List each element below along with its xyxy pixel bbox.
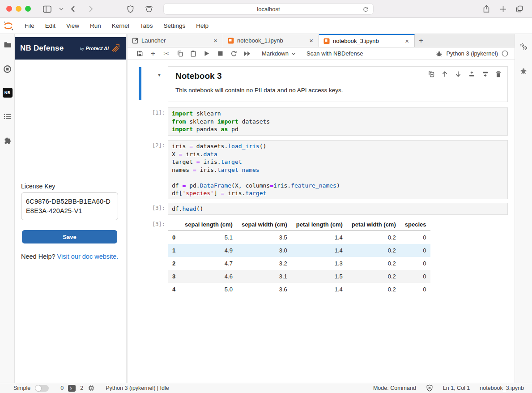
reload-icon[interactable] [361,4,370,14]
share-icon[interactable] [481,4,491,14]
restart-kernel-icon[interactable] [228,48,239,59]
code-cell-2[interactable]: iris = datasets.load_iris()X = iris.data… [168,140,508,199]
code-cell-3[interactable]: df.head() [168,203,508,215]
tab-notebook-3[interactable]: notebook_3.ipynb × [319,34,415,47]
column-header: petal width (cm) [347,219,400,231]
column-header: petal length (cm) [292,219,347,231]
notebook-scroll-area[interactable]: ▼ Notebook 3 This notebook will contain … [128,60,515,383]
terminal-icon[interactable]: $_ [68,385,76,392]
menu-settings[interactable]: Settings [158,22,191,29]
menu-tabs[interactable]: Tabs [135,22,158,29]
duplicate-cell-icon[interactable] [428,70,435,77]
tab-overview-icon[interactable] [515,4,524,14]
scan-with-nbdefense-button[interactable]: Scan with NBDefense [302,50,367,57]
new-tab-icon[interactable] [498,4,508,14]
chevron-down-icon[interactable] [56,4,66,14]
close-tab-icon[interactable]: × [404,38,410,44]
close-tab-icon[interactable]: × [308,37,314,44]
statusbar-filename: notebook_3.ipynb [480,385,524,391]
insert-cell-above-icon[interactable] [468,70,475,77]
cell-collapser-icon[interactable]: ▼ [157,73,162,77]
close-window-button[interactable] [6,6,12,12]
cursor-position[interactable]: Ln 1, Col 1 [443,385,470,391]
doc-website-link[interactable]: Visit our doc website. [57,253,119,260]
table-cell: 3.5 [237,231,292,244]
property-inspector-icon[interactable] [515,38,532,56]
code-line: df = pd.DataFrame(X, columns=iris.featur… [172,182,504,190]
menu-view[interactable]: View [61,22,85,29]
file-browser-icon[interactable] [0,36,15,54]
license-key-input[interactable]: 6C9876-DB52BB-B1EA60-DE8E3A-420A25-V1 [21,192,118,220]
move-cell-up-icon[interactable] [441,70,448,77]
chevron-down-icon [291,52,296,55]
insert-cell-icon[interactable]: + [147,48,159,59]
save-notebook-icon[interactable] [134,48,145,59]
table-cell: 3.1 [237,270,292,283]
table-cell: 0 [400,283,431,296]
menu-run[interactable]: Run [85,22,106,29]
extension-manager-icon[interactable] [0,132,15,150]
debugger-panel-icon[interactable] [515,62,532,80]
cell-type-dropdown[interactable]: Markdown [258,50,299,57]
dataframe-head-row: sepal length (cm)sepal width (cm)petal l… [168,219,430,231]
zoom-window-button[interactable] [25,6,31,12]
insert-cell-below-icon[interactable] [481,70,489,77]
simple-mode-toggle[interactable] [35,385,49,392]
table-cell: 0 [400,270,431,283]
menu-edit[interactable]: Edit [40,22,61,29]
command-mode-indicator[interactable]: Mode: Command [373,385,416,391]
notification-shield-icon[interactable] [426,384,433,392]
kernel-status-text[interactable]: Python 3 (ipykernel) | Idle [106,385,169,391]
table-cell: 1.3 [292,257,347,270]
jupyter-menubar: File Edit View Run Kernel Tabs Settings … [0,18,532,34]
copy-cells-icon[interactable] [174,48,186,59]
paste-cells-icon[interactable] [187,48,199,59]
sidebar-toggle-icon[interactable] [42,4,52,14]
table-cell: 5.1 [180,231,237,244]
row-index: 4 [168,283,180,296]
minimize-window-button[interactable] [16,6,21,12]
cut-cells-icon[interactable]: ✂ [161,48,172,59]
input-prompt: [1]: [139,110,165,116]
interrupt-kernel-icon[interactable] [214,48,226,59]
row-index: 0 [168,231,180,244]
selected-cell-indicator[interactable] [139,67,141,100]
forward-button[interactable] [86,4,96,14]
menu-file[interactable]: File [19,22,40,29]
table-of-contents-icon[interactable] [0,107,15,125]
debugger-icon[interactable] [436,50,443,57]
statusbar-right: Mode: Command Ln 1, Col 1 notebook_3.ipy… [373,384,528,392]
table-cell: 0.2 [347,283,400,296]
table-cell: 3.2 [237,257,292,270]
privacy-badge-icon[interactable] [144,4,154,14]
tab-notebook-1[interactable]: notebook_1.ipynb × [223,34,319,47]
jupyter-logo [3,20,14,31]
new-launcher-button[interactable]: + [415,34,427,47]
kernel-status-icon[interactable] [502,50,508,57]
table-cell: 3.6 [237,283,292,296]
help-line: Need Help? Visit our doc website. [21,253,118,260]
markdown-cell[interactable]: Notebook 3 This notebook will contain no… [168,66,508,102]
back-button[interactable] [68,4,78,14]
running-kernels-icon[interactable] [0,60,15,78]
cell-type-value: Markdown [262,50,289,57]
byline-prefix: by [80,47,84,51]
run-cell-icon[interactable] [201,48,213,59]
menu-help[interactable]: Help [191,22,214,29]
save-button[interactable]: Save [22,230,117,243]
menu-kernel[interactable]: Kernel [106,22,135,29]
close-tab-icon[interactable]: × [213,37,218,44]
move-cell-down-icon[interactable] [455,70,462,77]
delete-cell-icon[interactable] [495,70,502,77]
nbdefense-tab-icon[interactable]: NB [0,84,15,102]
kernel-chip-icon[interactable] [88,384,95,392]
code-cell-1[interactable]: import sklearnfrom sklearn import datase… [168,107,508,136]
table-row: 34.63.11.50.20 [168,270,430,283]
tab-launcher[interactable]: Launcher × [128,34,223,47]
shield-icon[interactable] [125,4,135,14]
kernel-name[interactable]: Python 3 (ipykernel) [446,50,498,57]
table-row: 14.93.01.40.20 [168,244,430,257]
input-prompt: [2]: [139,142,165,149]
address-bar[interactable]: localhost [163,3,374,15]
restart-run-all-icon[interactable] [241,48,253,59]
